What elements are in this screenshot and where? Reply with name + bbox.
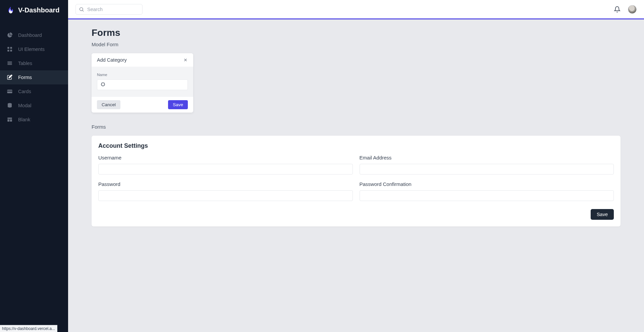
name-input[interactable] (97, 79, 188, 90)
svg-point-13 (80, 7, 83, 10)
credit-card-icon (7, 88, 13, 94)
table-icon (7, 60, 13, 66)
sidebar-item-modal[interactable]: Modal (0, 98, 68, 113)
password-confirm-input[interactable] (360, 190, 614, 201)
sidebar-item-blank[interactable]: Blank (0, 113, 68, 127)
avatar[interactable] (628, 5, 637, 14)
account-settings-card: Account Settings Username Email Address … (92, 136, 621, 226)
sidebar-item-label: Blank (18, 117, 30, 122)
svg-rect-12 (10, 119, 12, 122)
model-form-card: Add Category Name Cancel (92, 53, 193, 113)
page-title: Forms (92, 27, 621, 38)
password-confirm-label: Password Confirmation (360, 181, 614, 187)
sidebar-item-dashboard[interactable]: Dashboard (0, 28, 68, 42)
svg-rect-5 (7, 63, 12, 64)
notifications-button[interactable] (614, 6, 621, 13)
grid-icon (7, 46, 13, 52)
password-label: Password (98, 181, 353, 187)
svg-rect-11 (7, 119, 9, 122)
close-icon[interactable] (183, 58, 188, 62)
sidebar-item-label: Dashboard (18, 32, 42, 38)
sidebar-item-tables[interactable]: Tables (0, 56, 68, 70)
sidebar-item-forms[interactable]: Forms (0, 70, 68, 84)
password-input[interactable] (98, 190, 353, 201)
brand-title: V-Dashboard (18, 6, 59, 14)
svg-rect-1 (10, 47, 12, 49)
svg-rect-4 (7, 62, 12, 62)
section-label-model-form: Model Form (92, 42, 621, 47)
sidebar-item-ui-elements[interactable]: UI Elements (0, 42, 68, 56)
save-button[interactable]: Save (168, 100, 188, 109)
sidebar-nav: Dashboard UI Elements Tables Forms Cards… (0, 28, 68, 127)
svg-rect-3 (10, 50, 12, 52)
sidebar-item-cards[interactable]: Cards (0, 84, 68, 98)
sidebar-item-label: Cards (18, 89, 31, 94)
sidebar-item-label: Modal (18, 103, 32, 108)
layout-icon (7, 117, 13, 123)
svg-rect-2 (7, 50, 9, 52)
card-title: Account Settings (98, 142, 614, 149)
flame-logo-icon (7, 6, 15, 14)
sidebar-item-label: Forms (18, 75, 32, 80)
email-label: Email Address (360, 155, 614, 160)
search-input[interactable] (75, 4, 143, 15)
cancel-button[interactable]: Cancel (97, 100, 120, 109)
status-link-tooltip: https://v-dashboard.vercel.a... (0, 325, 57, 332)
database-icon (7, 103, 13, 109)
sidebar: V-Dashboard Dashboard UI Elements Tables… (0, 0, 68, 332)
brand: V-Dashboard (0, 0, 68, 20)
email-input[interactable] (360, 164, 614, 175)
search-icon (79, 7, 84, 12)
name-field-label: Name (97, 73, 188, 77)
page-content: Forms Model Form Add Category Name (68, 19, 644, 332)
edit-icon (7, 74, 13, 80)
sidebar-item-label: Tables (18, 61, 32, 66)
sidebar-item-label: UI Elements (18, 47, 45, 52)
username-label: Username (98, 155, 353, 160)
username-input[interactable] (98, 164, 353, 175)
chart-pie-icon (7, 32, 13, 38)
svg-rect-10 (7, 118, 12, 119)
search-field (75, 4, 143, 15)
topbar (68, 0, 644, 19)
modal-title: Add Category (97, 57, 127, 63)
save-account-button[interactable]: Save (591, 209, 614, 220)
svg-rect-8 (7, 91, 12, 91)
svg-rect-6 (7, 64, 12, 65)
svg-rect-0 (7, 47, 9, 49)
puzzle-icon (100, 82, 106, 87)
section-label-forms: Forms (92, 124, 621, 130)
